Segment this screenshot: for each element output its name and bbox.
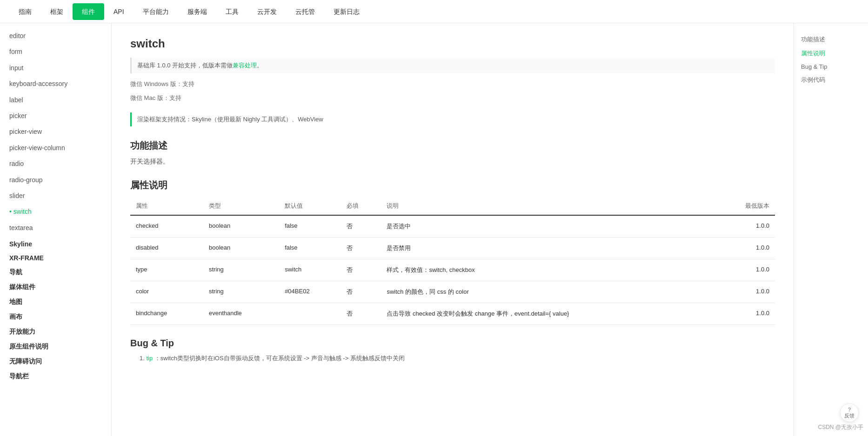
cell-version: 1.0.0 <box>714 303 775 325</box>
right-sidebar-bug-tip[interactable]: Bug & Tip <box>801 60 861 73</box>
cell-attr: disabled <box>130 238 203 259</box>
main-layout: editor form input keyboard-accessory lab… <box>0 23 868 436</box>
sidebar-item-input[interactable]: input <box>0 60 111 76</box>
cell-required: 否 <box>341 281 381 303</box>
cell-default: false <box>279 238 341 259</box>
cell-default: false <box>279 215 341 238</box>
sidebar-item-slider[interactable]: slider <box>0 188 111 204</box>
nav-item-service[interactable]: 服务端 <box>178 0 216 23</box>
cell-type: string <box>203 281 279 303</box>
nav-item-platform[interactable]: 平台能力 <box>134 0 178 23</box>
sidebar-group-media[interactable]: 媒体组件 <box>0 278 111 293</box>
table-row: bindchangeeventhandle否点击导致 checked 改变时会触… <box>130 303 775 325</box>
nav-item-components[interactable]: 组件 <box>73 3 104 20</box>
sidebar-group-open[interactable]: 开放能力 <box>0 323 111 338</box>
cell-default <box>279 303 341 325</box>
bug-tip-item-0: 1. tip ：switch类型切换时在iOS自带振动反馈，可在系统设置 -> … <box>130 354 775 363</box>
cell-desc: 点击导致 checked 改变时会触发 change 事件，event.deta… <box>381 303 714 325</box>
cell-required: 否 <box>341 215 381 238</box>
help-button[interactable]: ? 反馈 <box>840 403 859 422</box>
sidebar-group-nav[interactable]: 导航 <box>0 264 111 278</box>
credit-text: CSDN @无孜小手 <box>818 423 863 431</box>
compat-link[interactable]: 兼容处理 <box>233 62 257 69</box>
sidebar-item-switch[interactable]: switch <box>0 204 111 219</box>
cell-attr: bindchange <box>130 303 203 325</box>
right-sidebar-attributes[interactable]: 属性说明 <box>801 46 861 60</box>
sidebar-item-picker-view-column[interactable]: picker-view-column <box>0 140 111 156</box>
sidebar-item-picker[interactable]: picker <box>0 108 111 124</box>
cell-default: switch <box>279 259 341 281</box>
nav-item-framework[interactable]: 框架 <box>41 0 73 23</box>
sidebar-item-picker-view[interactable]: picker-view <box>0 124 111 139</box>
sidebar-item-textarea[interactable]: textarea <box>0 220 111 236</box>
col-type: 类型 <box>203 197 279 215</box>
nav-item-cloud-host[interactable]: 云托管 <box>286 0 324 23</box>
help-label: 反馈 <box>844 412 855 419</box>
sidebar-item-keyboard-accessory[interactable]: keyboard-accessory <box>0 76 111 92</box>
table-row: checkedbooleanfalse否是否选中1.0.0 <box>130 215 775 238</box>
sidebar-group-xrframe[interactable]: XR-FRAME <box>0 250 111 264</box>
cell-attr: type <box>130 259 203 281</box>
sidebar-group-native[interactable]: 原生组件说明 <box>0 338 111 353</box>
cell-version: 1.0.0 <box>714 259 775 281</box>
feature-desc: 开关选择器。 <box>130 158 775 166</box>
cell-required: 否 <box>341 303 381 325</box>
cell-desc: 是否选中 <box>381 215 714 238</box>
sidebar-item-editor[interactable]: editor <box>0 28 111 44</box>
sidebar-group-map[interactable]: 地图 <box>0 293 111 308</box>
base-info-block: 基础库 1.0.0 开始支持，低版本需做兼容处理。 <box>130 58 775 73</box>
main-content: switch 基础库 1.0.0 开始支持，低版本需做兼容处理。 微信 Wind… <box>112 23 794 436</box>
cell-required: 否 <box>341 238 381 259</box>
sidebar-group-navbar[interactable]: 导航栏 <box>0 368 111 383</box>
cell-attr: color <box>130 281 203 303</box>
sidebar: editor form input keyboard-accessory lab… <box>0 23 112 436</box>
right-sidebar-features[interactable]: 功能描述 <box>801 33 861 46</box>
table-row: typestringswitch否样式，有效值：switch, checkbox… <box>130 259 775 281</box>
section-title-features: 功能描述 <box>130 139 775 152</box>
bug-tip-title: Bug & Tip <box>130 338 775 349</box>
nav-item-api[interactable]: API <box>104 0 134 23</box>
tip-content: ：switch类型切换时在iOS自带振动反馈，可在系统设置 -> 声音与触感 -… <box>154 355 405 362</box>
nav-item-tools[interactable]: 工具 <box>216 0 248 23</box>
table-row: colorstring#04BE02否switch 的颜色，同 css 的 co… <box>130 281 775 303</box>
cell-desc: switch 的颜色，同 css 的 color <box>381 281 714 303</box>
windows-support: 微信 Windows 版：支持 <box>130 77 775 91</box>
nav-item-guide[interactable]: 指南 <box>9 0 41 23</box>
col-desc: 说明 <box>381 197 714 215</box>
compat-suffix: 。 <box>257 62 263 69</box>
sidebar-item-label[interactable]: label <box>0 92 111 108</box>
tip-number: 1. <box>140 355 146 362</box>
nav-item-cloud-dev[interactable]: 云开发 <box>248 0 286 23</box>
sidebar-item-radio[interactable]: radio <box>0 156 111 172</box>
cell-desc: 样式，有效值：switch, checkbox <box>381 259 714 281</box>
attribute-table: 属性 类型 默认值 必填 说明 最低版本 checkedbooleanfalse… <box>130 197 775 325</box>
sidebar-item-radio-group[interactable]: radio-group <box>0 172 111 188</box>
col-required: 必填 <box>341 197 381 215</box>
right-sidebar: 功能描述 属性说明 Bug & Tip 示例代码 <box>794 23 868 436</box>
right-sidebar-example[interactable]: 示例代码 <box>801 73 861 87</box>
section-title-attributes: 属性说明 <box>130 179 775 192</box>
help-icon: ? <box>848 407 851 412</box>
col-version: 最低版本 <box>714 197 775 215</box>
page-title: switch <box>130 37 775 50</box>
top-nav: 指南 框架 组件 API 平台能力 服务端 工具 云开发 云托管 更新日志 <box>0 0 868 23</box>
sidebar-group-accessibility[interactable]: 无障碍访问 <box>0 353 111 368</box>
tip-label: tip <box>146 355 153 362</box>
cell-type: boolean <box>203 215 279 238</box>
cell-type: string <box>203 259 279 281</box>
cell-default: #04BE02 <box>279 281 341 303</box>
col-default: 默认值 <box>279 197 341 215</box>
table-row: disabledbooleanfalse否是否禁用1.0.0 <box>130 238 775 259</box>
cell-version: 1.0.0 <box>714 281 775 303</box>
sidebar-item-form[interactable]: form <box>0 44 111 59</box>
sidebar-group-skyline[interactable]: Skyline <box>0 236 111 250</box>
mac-support: 微信 Mac 版：支持 <box>130 91 775 105</box>
cell-version: 1.0.0 <box>714 238 775 259</box>
sidebar-group-canvas[interactable]: 画布 <box>0 308 111 323</box>
cell-required: 否 <box>341 259 381 281</box>
cell-version: 1.0.0 <box>714 215 775 238</box>
render-info: 渲染框架支持情况：Skyline（使用最新 Nighly 工具调试）、WebVi… <box>130 112 775 126</box>
cell-type: eventhandle <box>203 303 279 325</box>
cell-desc: 是否禁用 <box>381 238 714 259</box>
nav-item-changelog[interactable]: 更新日志 <box>324 0 369 23</box>
